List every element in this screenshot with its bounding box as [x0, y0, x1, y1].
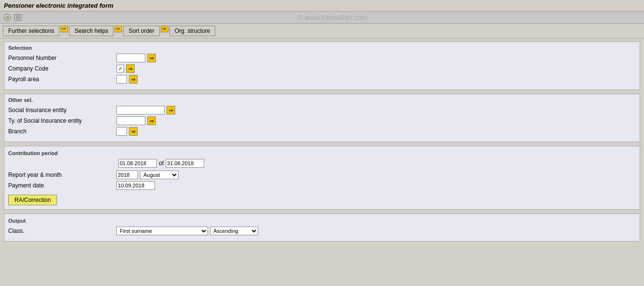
sort-order-arrow-icon[interactable] — [161, 26, 168, 32]
svg-text:⊙: ⊙ — [5, 15, 9, 20]
search-helps-label: Search helps — [74, 28, 108, 34]
search-helps-arrow-icon[interactable] — [114, 26, 122, 32]
date-from-input[interactable] — [118, 159, 157, 168]
branch-nav-btn[interactable]: ⇒ — [129, 127, 138, 136]
report-year-input[interactable] — [116, 171, 138, 179]
payroll-area-label: Payroll area — [8, 76, 114, 83]
personnel-number-label: Personnel Number — [8, 55, 114, 61]
sort-order-button[interactable]: Sort order — [123, 26, 159, 36]
social-insurance-entity-label: Social Insurance entity — [8, 107, 114, 114]
toolbar: Further selections Search helps Sort ord… — [0, 24, 644, 39]
output-section: Output Class. First surname Last name Pe… — [4, 214, 640, 242]
social-insurance-entity-nav-btn[interactable]: ⇒ — [167, 106, 175, 114]
date-range-row: of — [118, 159, 636, 168]
other-sel-section: Other sel. Social Insurance entity ⇒ Ty.… — [4, 94, 640, 142]
company-code-label: Company Code — [8, 65, 114, 72]
social-insurance-entity-row: Social Insurance entity ⇒ — [8, 106, 636, 114]
social-insurance-type-input[interactable] — [116, 116, 145, 125]
payroll-area-input[interactable] — [116, 75, 127, 84]
menu-bar: ⊙ © www.tutorialkart.com — [0, 12, 644, 24]
payment-date-input[interactable] — [116, 181, 155, 190]
payroll-area-row: Payroll area ⇒ — [8, 75, 636, 84]
ra-correction-label: RA/Correction — [14, 197, 51, 203]
org-structure-label: Org. structure — [175, 28, 210, 34]
personnel-number-row: Personnel Number ⇒ — [8, 54, 636, 62]
personnel-number-input[interactable] — [116, 54, 145, 62]
selection-section-title: Selection — [8, 44, 636, 51]
class-row: Class. First surname Last name Personnel… — [8, 227, 636, 235]
date-to-input[interactable] — [166, 159, 204, 168]
further-selections-button[interactable]: Further selections — [3, 26, 59, 36]
contribution-section-title: Contribution period — [8, 149, 636, 156]
further-selections-label: Further selections — [8, 28, 54, 34]
of-label: of — [159, 160, 164, 167]
report-year-label: Report year & month — [8, 172, 114, 178]
payroll-area-nav-btn[interactable]: ⇒ — [129, 75, 138, 84]
social-insurance-type-row: Ty. of Social Insurance entity ⇒ — [8, 116, 636, 125]
branch-row: Branch ⇒ — [8, 127, 636, 136]
class-label: Class. — [8, 228, 114, 234]
app-title: Pensioner electronic integrated form — [4, 2, 113, 9]
report-month-select[interactable]: January February March April May June Ju… — [140, 171, 179, 179]
payment-date-label: Payment date — [8, 182, 114, 189]
title-bar: Pensioner electronic integrated form — [0, 0, 644, 12]
back-icon[interactable]: ⊙ — [3, 13, 12, 22]
sort-order-label: Sort order — [128, 28, 154, 34]
company-code-nav-btn[interactable]: ⇒ — [126, 64, 135, 73]
social-insurance-type-nav-btn[interactable]: ⇒ — [147, 116, 156, 125]
watermark: © www.tutorialkart.com — [24, 14, 641, 21]
other-sel-section-title: Other sel. — [8, 96, 636, 103]
payment-date-row: Payment date — [8, 181, 636, 190]
ra-correction-button[interactable]: RA/Correction — [8, 195, 57, 205]
social-insurance-type-label: Ty. of Social Insurance entity — [8, 117, 114, 124]
class-select[interactable]: First surname Last name Personnel Number… — [116, 227, 208, 235]
further-selections-arrow-icon[interactable] — [60, 26, 68, 32]
org-structure-button[interactable]: Org. structure — [169, 26, 215, 36]
main-content: Selection Personnel Number ⇒ Company Cod… — [0, 39, 644, 244]
output-section-title: Output — [8, 217, 636, 224]
order-select[interactable]: Ascending Descending — [210, 227, 258, 235]
company-code-row: Company Code ✓ ⇒ — [8, 64, 636, 73]
search-helps-button[interactable]: Search helps — [69, 26, 113, 36]
personnel-number-nav-btn[interactable]: ⇒ — [147, 54, 156, 62]
branch-label: Branch — [8, 128, 114, 135]
contribution-section: Contribution period of Report year & mon… — [4, 146, 640, 210]
social-insurance-entity-input[interactable] — [116, 106, 165, 114]
branch-input[interactable] — [116, 127, 127, 136]
list-icon[interactable] — [14, 13, 22, 22]
report-year-row: Report year & month January February Mar… — [8, 171, 636, 179]
selection-section: Selection Personnel Number ⇒ Company Cod… — [4, 42, 640, 90]
company-code-checkbox[interactable]: ✓ — [116, 65, 124, 72]
